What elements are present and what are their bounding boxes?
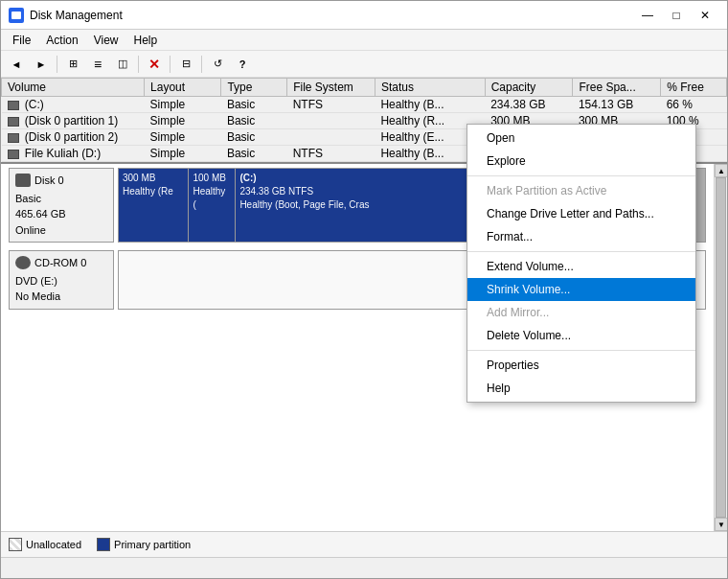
disk0-status: Online	[15, 222, 107, 239]
context-menu: Open Explore Mark Partition as Active Ch…	[466, 124, 696, 403]
toolbar-sep-4	[201, 56, 202, 73]
refresh-button[interactable]: ↺	[206, 54, 229, 75]
pc-sub2: Healthy (Boot, Page File, Cras	[239, 198, 466, 212]
ctx-help[interactable]: Help	[467, 377, 695, 400]
ctx-explore[interactable]: Explore	[467, 150, 695, 173]
minimize-button[interactable]: —	[633, 1, 662, 30]
legend-primary-label: Primary partition	[114, 539, 191, 550]
pc-sub1: 234.38 GB NTFS	[239, 185, 466, 198]
main-window: Disk Management — □ ✕ File Action View H…	[0, 0, 728, 579]
legend: Unallocated Primary partition	[1, 531, 727, 557]
row1-type: Basic	[221, 113, 287, 129]
p1-sub: Healthy (Re	[123, 185, 184, 198]
menu-bar: File Action View Help	[1, 30, 727, 51]
col-layout: Layout	[145, 79, 221, 97]
disk0-label: Disk 0 Basic 465.64 GB Online	[9, 168, 114, 243]
legend-unallocated-label: Unallocated	[26, 539, 81, 550]
ctx-mark-active: Mark Partition as Active	[467, 179, 695, 202]
row0-freespace: 154.13 GB	[573, 97, 661, 113]
disk0-type: Basic	[15, 191, 107, 207]
ctx-sep-3	[467, 350, 695, 351]
delete-button[interactable]: ✕	[143, 54, 166, 75]
row2-volume: (Disk 0 partition 2)	[2, 129, 145, 146]
ctx-shrink[interactable]: Shrink Volume...	[467, 278, 695, 301]
cdrom0-name: CD-ROM 0	[34, 255, 86, 271]
row2-layout: Simple	[145, 129, 221, 146]
disk0-partition-c[interactable]: (C:) 234.38 GB NTFS Healthy (Boot, Page …	[236, 169, 470, 242]
title-bar-left: Disk Management	[9, 8, 123, 23]
properties-button[interactable]: ⊟	[174, 54, 197, 75]
row0-filesystem: NTFS	[287, 97, 375, 113]
ctx-open[interactable]: Open	[467, 127, 695, 150]
row0-volume: (C:)	[2, 97, 145, 113]
map-view-button[interactable]: ◫	[111, 54, 134, 75]
forward-button[interactable]: ►	[30, 54, 53, 75]
scrollbar-track: ▲ ▼	[714, 164, 727, 531]
legend-unallocated: Unallocated	[9, 538, 81, 551]
menu-action[interactable]: Action	[38, 32, 85, 49]
col-pctfree: % Free	[661, 79, 727, 97]
row3-type: Basic	[221, 146, 287, 162]
row0-pctfree: 66 %	[661, 97, 727, 113]
title-controls: — □ ✕	[633, 1, 719, 30]
ctx-properties[interactable]: Properties	[467, 354, 695, 377]
cdrom-icon	[15, 256, 31, 269]
ctx-extend[interactable]: Extend Volume...	[467, 255, 695, 278]
ctx-format[interactable]: Format...	[467, 225, 695, 248]
row3-filesystem: NTFS	[287, 146, 375, 162]
row1-layout: Simple	[145, 113, 221, 129]
grid-view-button[interactable]: ⊞	[61, 54, 84, 75]
toolbar-sep-2	[138, 56, 139, 73]
disk0-name: Disk 0	[34, 173, 64, 189]
help-button-toolbar[interactable]: ?	[231, 54, 254, 75]
legend-unallocated-box	[9, 538, 22, 551]
pc-label: (C:)	[239, 172, 466, 185]
col-freespace: Free Spa...	[573, 79, 661, 97]
ctx-sep-2	[467, 251, 695, 252]
legend-primary-box	[97, 538, 110, 551]
col-type: Type	[221, 79, 287, 97]
disk0-size: 465.64 GB	[15, 206, 107, 222]
scroll-up-button[interactable]: ▲	[715, 164, 727, 177]
list-view-button[interactable]: ≡	[86, 54, 109, 75]
row3-layout: Simple	[145, 146, 221, 162]
row0-layout: Simple	[145, 97, 221, 113]
disk0-partition2[interactable]: 100 MB Healthy (	[189, 169, 236, 242]
col-capacity: Capacity	[485, 79, 573, 97]
row0-status: Healthy (B...	[375, 97, 485, 113]
cdrom0-type: DVD (E:)	[15, 273, 107, 290]
disk-icon	[15, 174, 31, 187]
status-bar	[1, 557, 727, 578]
title-bar: Disk Management — □ ✕	[1, 1, 727, 30]
window-title: Disk Management	[30, 9, 123, 22]
app-icon	[9, 8, 24, 23]
row3-volume: File Kuliah (D:)	[2, 146, 145, 162]
legend-primary: Primary partition	[97, 538, 191, 551]
row2-type: Basic	[221, 129, 287, 146]
menu-help[interactable]: Help	[126, 32, 166, 49]
p2-label: 100 MB	[193, 172, 231, 185]
row1-filesystem	[287, 113, 375, 129]
toolbar: ◄ ► ⊞ ≡ ◫ ✕ ⊟ ↺ ?	[1, 51, 727, 78]
ctx-change-drive[interactable]: Change Drive Letter and Paths...	[467, 202, 695, 225]
cdrom0-media: No Media	[15, 289, 107, 305]
toolbar-sep-1	[57, 56, 57, 73]
col-volume: Volume	[2, 79, 145, 97]
close-button[interactable]: ✕	[691, 1, 719, 30]
ctx-delete[interactable]: Delete Volume...	[467, 324, 695, 347]
menu-view[interactable]: View	[86, 32, 126, 49]
maximize-button[interactable]: □	[662, 1, 691, 30]
scroll-thumb[interactable]	[716, 177, 726, 518]
menu-file[interactable]: File	[5, 32, 38, 49]
col-filesystem: File System	[287, 79, 375, 97]
row0-capacity: 234.38 GB	[485, 97, 573, 113]
ctx-sep-1	[467, 175, 695, 176]
table-row[interactable]: (C:) Simple Basic NTFS Healthy (B... 234…	[2, 97, 727, 113]
back-button[interactable]: ◄	[5, 54, 28, 75]
col-status: Status	[375, 79, 485, 97]
ctx-add-mirror: Add Mirror...	[467, 301, 695, 324]
p1-label: 300 MB	[123, 172, 184, 185]
scroll-down-button[interactable]: ▼	[715, 518, 727, 531]
disk0-partition1[interactable]: 300 MB Healthy (Re	[119, 169, 189, 242]
cdrom0-label: CD-ROM 0 DVD (E:) No Media	[9, 250, 114, 310]
